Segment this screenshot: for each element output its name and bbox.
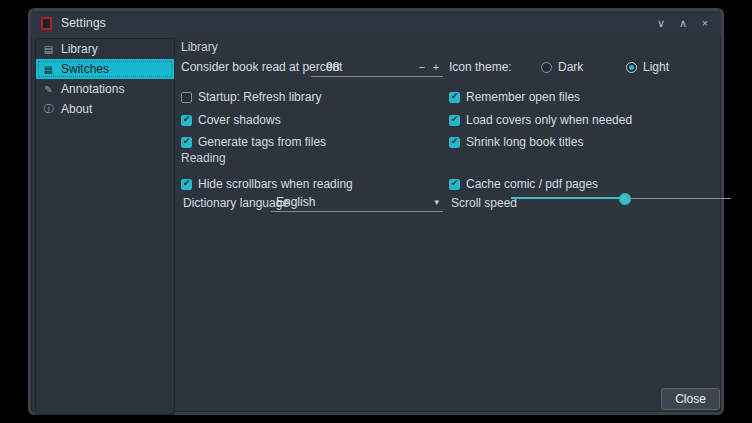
- checkbox-startup-refresh-library[interactable]: Startup: Refresh library: [181, 89, 321, 105]
- sidebar-item-about[interactable]: ⓘ About: [36, 99, 174, 119]
- slider-fill: [511, 197, 625, 199]
- consider-read-spinbox[interactable]: − +: [311, 57, 443, 77]
- pencil-icon: ✎: [43, 84, 54, 95]
- checkbox-hide-scrollbars[interactable]: Hide scrollbars when reading: [181, 176, 353, 192]
- scroll-speed-label-row: Scroll speed: [451, 195, 517, 211]
- checkbox-label: Shrink long book titles: [466, 135, 583, 149]
- dictionary-language-select[interactable]: English ▾: [271, 193, 443, 212]
- titlebar[interactable]: Settings ∨ ∧ ×: [31, 11, 721, 35]
- checkbox-label: Load covers only when needed: [466, 113, 632, 127]
- settings-window: Settings ∨ ∧ × ▤ Library ▦ Switches ✎ An…: [28, 8, 724, 415]
- checkbox-label: Generate tags from files: [198, 135, 326, 149]
- checkbox-icon[interactable]: [449, 115, 460, 126]
- settings-sidebar: ▤ Library ▦ Switches ✎ Annotations ⓘ Abo…: [35, 38, 175, 415]
- sidebar-item-library[interactable]: ▤ Library: [36, 39, 174, 59]
- consider-read-input[interactable]: [311, 60, 415, 74]
- checkbox-icon[interactable]: [181, 179, 192, 190]
- checkbox-cover-shadows[interactable]: Cover shadows: [181, 112, 281, 128]
- radio-icon[interactable]: [626, 62, 637, 73]
- sidebar-item-label: About: [61, 102, 92, 116]
- shade-window-button[interactable]: ∨: [653, 15, 669, 31]
- app-logo-icon: [41, 17, 52, 30]
- window-controls: ∨ ∧ ×: [653, 15, 713, 31]
- close-window-button[interactable]: ×: [697, 15, 713, 31]
- checkbox-generate-tags[interactable]: Generate tags from files: [181, 134, 326, 150]
- checkbox-icon[interactable]: [181, 92, 192, 103]
- book-icon: ▤: [43, 44, 54, 55]
- info-icon: ⓘ: [43, 102, 54, 116]
- checkbox-icon[interactable]: [449, 92, 460, 103]
- scroll-speed-slider[interactable]: [511, 192, 711, 206]
- sidebar-item-label: Switches: [61, 62, 109, 76]
- checkbox-icon[interactable]: [449, 179, 460, 190]
- checkbox-icon[interactable]: [181, 137, 192, 148]
- radio-label: Light: [643, 60, 669, 74]
- checkbox-label: Cover shadows: [198, 113, 281, 127]
- radio-label: Dark: [558, 60, 583, 74]
- icon-theme-label: Icon theme:: [449, 60, 512, 74]
- spin-decrement-button[interactable]: −: [415, 61, 429, 73]
- radio-icon-theme-dark[interactable]: Dark: [541, 59, 583, 75]
- checkbox-icon[interactable]: [181, 115, 192, 126]
- slider-handle[interactable]: [619, 193, 631, 205]
- radio-icon-theme-light[interactable]: Light: [626, 59, 669, 75]
- checkbox-icon[interactable]: [449, 137, 460, 148]
- library-group-title: Library: [181, 40, 218, 54]
- spin-increment-button[interactable]: +: [429, 61, 443, 73]
- checkbox-shrink-long-titles[interactable]: Shrink long book titles: [449, 134, 583, 150]
- scroll-speed-label: Scroll speed: [451, 196, 517, 210]
- sidebar-item-annotations[interactable]: ✎ Annotations: [36, 79, 174, 99]
- checkbox-cache-comic-pdf[interactable]: Cache comic / pdf pages: [449, 176, 598, 192]
- icon-theme-label-row: Icon theme:: [449, 59, 512, 75]
- checkbox-label: Hide scrollbars when reading: [198, 177, 353, 191]
- switches-icon: ▦: [43, 64, 54, 75]
- checkbox-label: Cache comic / pdf pages: [466, 177, 598, 191]
- checkbox-load-covers-when-needed[interactable]: Load covers only when needed: [449, 112, 632, 128]
- checkbox-remember-open-files[interactable]: Remember open files: [449, 89, 580, 105]
- sidebar-item-label: Annotations: [61, 82, 124, 96]
- sidebar-item-label: Library: [61, 42, 98, 56]
- close-button[interactable]: Close: [661, 388, 720, 410]
- checkbox-label: Remember open files: [466, 90, 580, 104]
- window-title: Settings: [61, 16, 106, 30]
- reading-group-title: Reading: [181, 151, 226, 165]
- chevron-down-icon: ▾: [434, 197, 443, 207]
- sidebar-item-switches[interactable]: ▦ Switches: [36, 59, 174, 79]
- checkbox-label: Startup: Refresh library: [198, 90, 321, 104]
- unshade-window-button[interactable]: ∧: [675, 15, 691, 31]
- radio-icon[interactable]: [541, 62, 552, 73]
- dictionary-language-value: English: [271, 195, 434, 209]
